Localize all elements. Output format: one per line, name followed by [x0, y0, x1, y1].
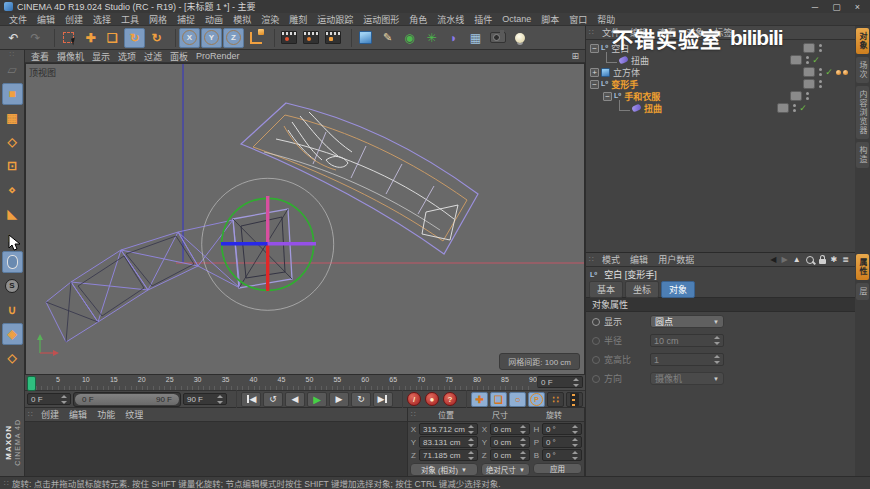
panel-grip[interactable]: ∷ [589, 28, 594, 37]
workplane-mode-icon[interactable]: ◇ [2, 131, 23, 153]
keyframe-presets-button[interactable] [566, 392, 583, 407]
lock-z-axis-icon[interactable]: Z [223, 28, 244, 48]
enabled-checkmark[interactable]: ✓ [809, 55, 823, 65]
coordinate-field[interactable]: 0 ° [542, 436, 582, 448]
history-forward-icon[interactable]: ▶ [782, 255, 788, 264]
viewport-menu-item[interactable]: ProRender [192, 51, 244, 61]
viewport-menu-item[interactable]: 选项 [114, 50, 140, 63]
viewport-menu-item[interactable]: 显示 [88, 50, 114, 63]
current-frame-field[interactable]: 0 F [537, 376, 583, 388]
coordinate-field[interactable]: 0 cm [490, 423, 530, 435]
render-picture-viewer-icon[interactable] [300, 28, 321, 48]
lock-y-axis-icon[interactable]: Y [201, 28, 222, 48]
key-rotation-toggle[interactable]: ○ [509, 392, 526, 407]
number-stepper[interactable] [713, 336, 720, 345]
render-settings-icon[interactable] [322, 28, 343, 48]
keyframe-selection-button[interactable]: ? [443, 392, 457, 406]
enabled-checkmark[interactable]: ✓ [796, 103, 810, 113]
panel-grip[interactable]: ∷ [411, 410, 416, 419]
frame-stepper[interactable] [572, 378, 579, 387]
property-number-field[interactable]: 10 cm [650, 334, 724, 347]
timeline-range-slider[interactable]: 0 F 90 F [73, 392, 181, 407]
undo-icon[interactable]: ↶ [3, 28, 24, 48]
material-menu-item[interactable]: 纹理 [120, 408, 148, 421]
coordinate-field[interactable]: 0 cm [490, 449, 530, 461]
layer-color-swatch[interactable] [803, 43, 815, 53]
coordinate-field[interactable]: 0 ° [542, 423, 582, 435]
autokeying-button[interactable]: ● [425, 392, 439, 406]
spline-pen-icon[interactable]: ✎ [377, 28, 398, 48]
keyframe-dot-icon[interactable] [592, 375, 600, 383]
coordinate-stepper[interactable] [519, 425, 526, 434]
polygons-mode-icon[interactable]: ◣ [2, 203, 23, 225]
key-position-toggle[interactable]: ✚ [471, 392, 488, 407]
menubar-item[interactable]: 流水线 [432, 13, 469, 26]
coordinate-field[interactable]: 0 ° [542, 449, 582, 461]
deformer-icon[interactable]: ◗ [443, 28, 464, 48]
coordinate-field[interactable]: 71.185 cm [419, 449, 478, 461]
viewport-menu-item[interactable]: 查看 [27, 50, 53, 63]
live-selection-icon[interactable] [58, 28, 79, 48]
minimize-button[interactable]: ─ [812, 2, 818, 12]
material-menu-item[interactable]: 编辑 [64, 408, 92, 421]
property-dropdown[interactable]: 摄像机▼ [650, 372, 724, 385]
coordinate-mode-dropdown[interactable]: 对象 (相对)▼ [410, 463, 478, 476]
viewport-menu-item[interactable]: 摄像机 [53, 50, 88, 63]
coordinate-stepper[interactable] [519, 438, 526, 447]
viewport-menu-item[interactable]: 过滤 [140, 50, 166, 63]
texture-mode-icon[interactable]: ▦ [2, 107, 23, 129]
lock-workplane-icon[interactable]: ◈ [2, 323, 23, 345]
menubar-item[interactable]: Octane [497, 14, 536, 24]
redo-icon[interactable]: ↷ [25, 28, 46, 48]
viewport-layout-icon[interactable]: ⊞ [571, 51, 583, 61]
menubar-item[interactable]: 雕刻 [284, 13, 312, 26]
tree-expand-toggle[interactable]: − [590, 44, 599, 53]
keyframe-dot-icon[interactable] [592, 318, 600, 326]
parent-up-icon[interactable]: ▲ [793, 255, 801, 264]
coordinate-field[interactable]: 83.131 cm [419, 436, 478, 448]
coordinate-stepper[interactable] [467, 451, 474, 460]
menubar-item[interactable]: 捕捉 [172, 13, 200, 26]
timeline-ruler[interactable]: 051015202530354045505560657075808590 0 F [25, 375, 585, 391]
object-tree-row[interactable]: −L⁰变形手 [586, 78, 855, 90]
menubar-item[interactable]: 文件 [4, 13, 32, 26]
object-tree-row[interactable]: 扭曲✓ [586, 54, 855, 66]
loop-mode-button[interactable]: ↻ [351, 392, 371, 407]
material-menu-item[interactable]: 创建 [36, 408, 64, 421]
apply-button[interactable]: 应用 [533, 463, 582, 474]
move-tool-icon[interactable]: ✚ [80, 28, 101, 48]
coordinate-stepper[interactable] [571, 438, 578, 447]
menubar-item[interactable]: 帮助 [592, 13, 620, 26]
timeline-start-field[interactable]: 0 F [27, 393, 71, 405]
attribute-tab-inactive[interactable]: 基本 [589, 281, 623, 298]
coordinate-system-icon[interactable] [245, 28, 266, 48]
coordinate-stepper[interactable] [571, 451, 578, 460]
dock-tab-inactive[interactable]: 构造 [856, 142, 869, 168]
record-keyframe-button[interactable]: / [407, 392, 421, 406]
object-menu-item[interactable]: 对象 [681, 26, 709, 39]
object-tree-row[interactable]: +立方体✓ [586, 66, 855, 78]
menubar-item[interactable]: 脚本 [536, 13, 564, 26]
lock-icon[interactable] [819, 259, 826, 264]
attribute-section-header[interactable]: 对象属性 [586, 297, 855, 312]
layer-color-swatch[interactable] [790, 91, 802, 101]
tree-expand-toggle[interactable]: − [603, 92, 612, 101]
rotate-tool-icon[interactable]: ↻ [124, 28, 145, 48]
viewport-view-label[interactable]: 顶视图 [29, 66, 56, 79]
tweak-mode-icon[interactable] [2, 251, 23, 273]
coordinate-field[interactable]: 0 cm [490, 436, 530, 448]
object-menu-item[interactable]: 编辑 [625, 26, 653, 39]
viewport-canvas[interactable]: 顶视图 网格间距: 100 cm [25, 63, 585, 375]
property-dropdown[interactable]: 圆点▼ [650, 315, 724, 328]
coordinate-stepper[interactable] [571, 425, 578, 434]
scale-tool-icon[interactable]: ❑ [102, 28, 123, 48]
menubar-item[interactable]: 运动图形 [358, 13, 404, 26]
keyframe-dot-icon[interactable] [592, 356, 600, 364]
convert-editable-icon[interactable]: ▱ [2, 59, 23, 81]
render-view-icon[interactable] [278, 28, 299, 48]
camera-icon[interactable] [487, 28, 508, 48]
array-generator-icon[interactable]: ✳ [421, 28, 442, 48]
material-menu-item[interactable]: 功能 [92, 408, 120, 421]
dock-tab-active[interactable]: 对象 [856, 28, 869, 54]
primitive-cube-icon[interactable] [355, 28, 376, 48]
